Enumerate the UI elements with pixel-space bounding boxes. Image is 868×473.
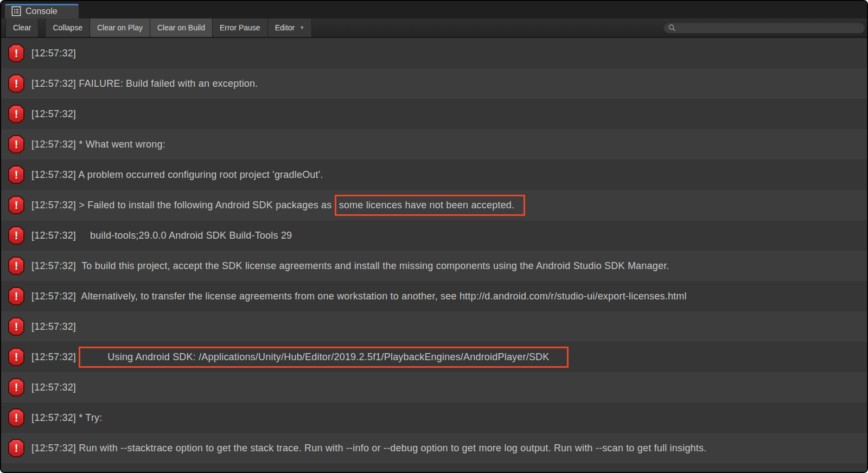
log-row[interactable]: ![12:57:32] To build this project, accep… bbox=[1, 251, 867, 281]
log-row[interactable]: ![12:57:32] bbox=[1, 38, 867, 68]
log-row[interactable]: ![12:57:32] bbox=[1, 372, 867, 402]
log-message: [12:57:32] bbox=[31, 48, 76, 59]
search-input[interactable] bbox=[679, 23, 860, 33]
log-timestamp: [12:57:32] bbox=[31, 291, 76, 302]
log-timestamp: [12:57:32] bbox=[31, 443, 76, 453]
log-message: [12:57:32] > Failed to install the follo… bbox=[31, 195, 525, 216]
error-octagon-icon: ! bbox=[8, 44, 24, 62]
error-octagon-icon: ! bbox=[8, 348, 24, 366]
toolbar-button-clear-on-play[interactable]: Clear on Play bbox=[90, 18, 150, 37]
search-icon bbox=[668, 24, 676, 31]
log-timestamp: [12:57:32] bbox=[31, 78, 76, 89]
console-window: Console ClearCollapseClear on PlayClear … bbox=[0, 0, 868, 473]
console-toolbar: ClearCollapseClear on PlayClear on Build… bbox=[1, 18, 867, 38]
exclamation-glyph: ! bbox=[9, 379, 23, 395]
log-timestamp: [12:57:32] bbox=[31, 230, 76, 241]
toolbar-button-collapse[interactable]: Collapse bbox=[45, 18, 90, 37]
exclamation-glyph: ! bbox=[9, 410, 23, 426]
exclamation-glyph: ! bbox=[9, 45, 23, 61]
log-message: [12:57:32] Run with --stacktrace option … bbox=[31, 443, 706, 454]
log-timestamp: [12:57:32] bbox=[31, 139, 76, 150]
log-timestamp: [12:57:32] bbox=[31, 48, 76, 59]
log-row[interactable]: ![12:57:32] A problem occurred configuri… bbox=[1, 159, 867, 190]
log-message: [12:57:32] FAILURE: Build failed with an… bbox=[31, 78, 258, 90]
error-octagon-icon: ! bbox=[8, 439, 24, 457]
exclamation-glyph: ! bbox=[9, 75, 23, 92]
search-box[interactable] bbox=[663, 22, 865, 34]
error-octagon-icon: ! bbox=[8, 378, 24, 397]
error-octagon-icon: ! bbox=[8, 105, 24, 123]
error-octagon-icon: ! bbox=[8, 165, 24, 184]
toolbar-button-label: Editor bbox=[275, 23, 295, 32]
log-message: [12:57:32] * What went wrong: bbox=[31, 139, 165, 150]
exclamation-glyph: ! bbox=[9, 288, 23, 304]
log-timestamp: [12:57:32] bbox=[31, 321, 76, 332]
log-row[interactable]: ![12:57:32] bbox=[1, 311, 867, 342]
tab-console[interactable]: Console bbox=[5, 4, 79, 18]
log-list: ![12:57:32]![12:57:32] FAILURE: Build fa… bbox=[1, 38, 867, 473]
log-timestamp: [12:57:32] bbox=[31, 108, 76, 119]
error-octagon-icon: ! bbox=[8, 74, 24, 93]
toolbar-button-label: Collapse bbox=[53, 23, 82, 32]
log-message: [12:57:32] To build this project, accept… bbox=[31, 260, 669, 272]
highlight-annotation-box: some licences have not been accepted. bbox=[335, 195, 526, 216]
log-message: [12:57:32] Using Android SDK: /Applicati… bbox=[31, 347, 569, 368]
log-timestamp: [12:57:32] bbox=[31, 351, 76, 362]
log-row[interactable]: ![12:57:32] build-tools;29.0.0 Android S… bbox=[1, 220, 867, 251]
error-octagon-icon: ! bbox=[8, 135, 24, 154]
log-timestamp: [12:57:32] bbox=[31, 412, 76, 423]
toolbar-button-label: Clear bbox=[13, 23, 31, 32]
console-icon bbox=[11, 6, 21, 16]
log-timestamp: [12:57:32] bbox=[31, 169, 76, 180]
log-message: [12:57:32] A problem occurred configurin… bbox=[31, 169, 323, 181]
toolbar-button-label: Clear on Play bbox=[97, 23, 143, 32]
error-octagon-icon: ! bbox=[8, 257, 24, 275]
chevron-down-icon: ▼ bbox=[299, 25, 304, 30]
log-row[interactable]: ![12:57:32] > Failed to install the foll… bbox=[1, 190, 867, 220]
log-message: [12:57:32] Alternatively, to transfer th… bbox=[31, 291, 687, 302]
log-message: [12:57:32] bbox=[31, 108, 76, 120]
log-message: [12:57:32] build-tools;29.0.0 Android SD… bbox=[31, 230, 292, 241]
error-octagon-icon: ! bbox=[8, 287, 24, 305]
exclamation-glyph: ! bbox=[9, 349, 23, 365]
log-timestamp: [12:57:32] bbox=[31, 382, 76, 393]
toolbar-button-clear-on-build[interactable]: Clear on Build bbox=[150, 18, 213, 37]
toolbar-button-label: Error Pause bbox=[220, 23, 260, 32]
exclamation-glyph: ! bbox=[9, 167, 23, 183]
error-octagon-icon: ! bbox=[8, 317, 24, 336]
tab-bar: Console bbox=[1, 1, 867, 18]
toolbar-buttons: ClearCollapseClear on PlayClear on Build… bbox=[1, 18, 312, 37]
toolbar-button-label: Clear on Build bbox=[157, 23, 205, 32]
toolbar-button-error-pause[interactable]: Error Pause bbox=[213, 18, 268, 37]
log-row[interactable]: ![12:57:32] Run with --stacktrace option… bbox=[1, 433, 867, 463]
log-timestamp: [12:57:32] bbox=[31, 200, 76, 210]
exclamation-glyph: ! bbox=[9, 197, 23, 213]
exclamation-glyph: ! bbox=[9, 318, 23, 335]
exclamation-glyph: ! bbox=[9, 440, 23, 456]
toolbar-button-editor[interactable]: Editor▼ bbox=[268, 18, 312, 37]
exclamation-glyph: ! bbox=[9, 136, 23, 152]
log-message: [12:57:32] * Try: bbox=[31, 412, 102, 424]
toolbar-button-clear[interactable]: Clear bbox=[5, 18, 39, 37]
log-row[interactable]: ![12:57:32] bbox=[1, 99, 867, 129]
log-row[interactable]: ![12:57:32] * What went wrong: bbox=[1, 129, 867, 159]
error-octagon-icon: ! bbox=[8, 226, 24, 245]
log-row[interactable]: ![12:57:32] Alternatively, to transfer t… bbox=[1, 281, 867, 311]
log-row[interactable]: ![12:57:32] * Try: bbox=[1, 402, 867, 433]
error-octagon-icon: ! bbox=[8, 196, 24, 214]
highlight-annotation-box: Using Android SDK: /Applications/Unity/H… bbox=[79, 347, 568, 368]
log-timestamp: [12:57:32] bbox=[31, 260, 76, 271]
log-row[interactable]: ![12:57:32] FAILURE: Build failed with a… bbox=[1, 68, 867, 99]
error-octagon-icon: ! bbox=[8, 408, 24, 427]
tab-label: Console bbox=[25, 7, 58, 16]
log-row[interactable]: ![12:57:32] Using Android SDK: /Applicat… bbox=[1, 342, 867, 372]
exclamation-glyph: ! bbox=[9, 106, 23, 122]
log-message: [12:57:32] bbox=[31, 382, 76, 393]
log-message: [12:57:32] bbox=[31, 321, 76, 333]
exclamation-glyph: ! bbox=[9, 227, 23, 244]
exclamation-glyph: ! bbox=[9, 258, 23, 274]
